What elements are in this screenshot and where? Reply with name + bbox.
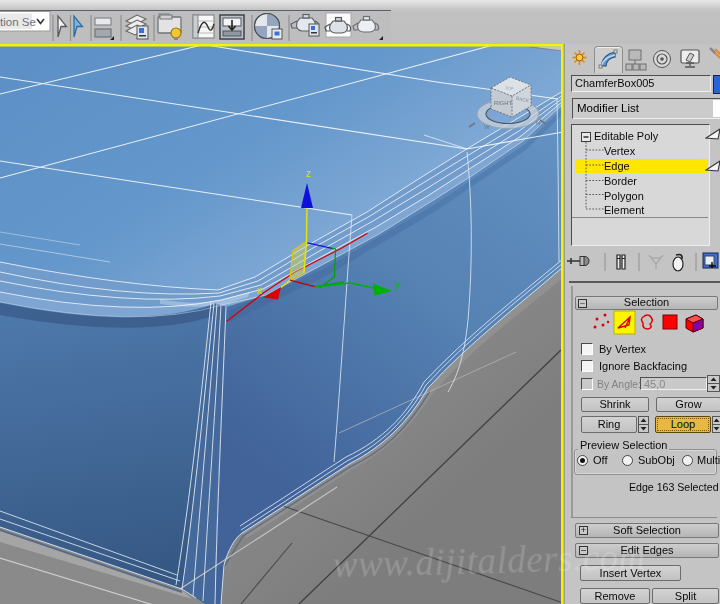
svg-text:W: W	[484, 124, 490, 130]
svg-text:y: y	[395, 279, 400, 290]
svg-text:tion Se: tion Se	[0, 16, 36, 28]
svg-text:RIGHT: RIGHT	[494, 100, 512, 106]
svg-text:N: N	[536, 120, 540, 126]
svg-text:x: x	[257, 285, 262, 296]
svg-text:z: z	[306, 168, 311, 179]
